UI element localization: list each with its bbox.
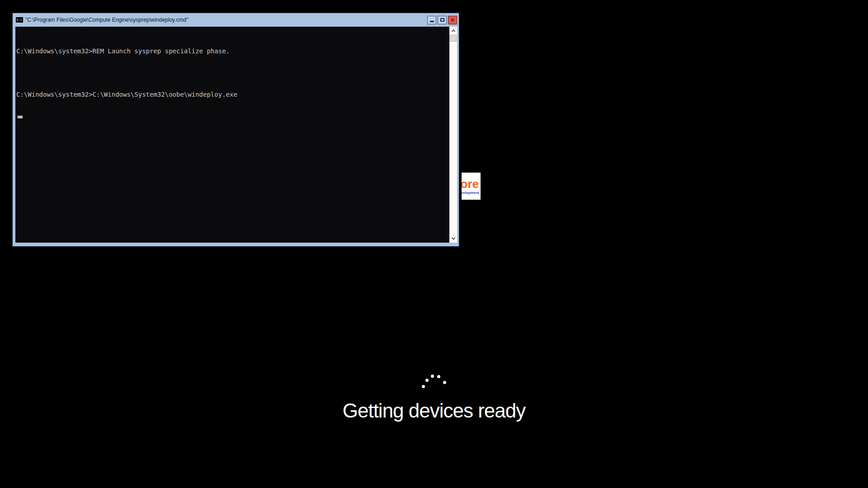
spinner-dot [443, 381, 446, 384]
console-line [16, 69, 449, 76]
chevron-up-icon [451, 29, 455, 33]
cmd-icon: C:\ [16, 17, 23, 23]
status-text: Getting devices ready [0, 399, 868, 422]
chevron-down-icon [451, 236, 455, 239]
window-title: "C:\Program Files\Google\Compute Engine\… [25, 17, 425, 23]
minimize-button[interactable] [427, 16, 436, 24]
spinner-dot [422, 385, 425, 388]
console-cursor [18, 116, 23, 118]
maximize-icon [440, 18, 444, 22]
console-line: C:\Windows\system32>REM Launch sysprep s… [16, 47, 449, 55]
spinner-dot [431, 375, 434, 378]
app-logo-text: ore [462, 178, 479, 190]
console-line: C:\Windows\system32>C:\Windows\System32\… [16, 91, 449, 98]
scrollbar-up-button[interactable] [449, 27, 457, 34]
background-app-window[interactable]: ore velopment [462, 173, 481, 200]
spinner-dot [437, 375, 440, 378]
console-window: C:\ "C:\Program Files\Google\Compute Eng… [12, 12, 460, 247]
maximize-button[interactable] [438, 16, 447, 24]
close-button[interactable]: ✕ [448, 16, 457, 24]
scrollbar-thumb[interactable] [450, 35, 457, 42]
scrollbar[interactable] [449, 27, 457, 243]
close-icon: ✕ [450, 18, 454, 23]
console-output[interactable]: C:\Windows\system32>REM Launch sysprep s… [15, 27, 449, 243]
spinner-dot [425, 379, 429, 382]
console-body: C:\Windows\system32>REM Launch sysprep s… [15, 27, 457, 243]
app-logo-subtext: velopment [462, 191, 479, 195]
minimize-icon [430, 21, 434, 22]
titlebar[interactable]: C:\ "C:\Program Files\Google\Compute Eng… [13, 13, 459, 27]
scrollbar-down-button[interactable] [449, 235, 457, 242]
loading-spinner-icon [420, 373, 448, 389]
window-controls: ✕ [427, 16, 457, 24]
